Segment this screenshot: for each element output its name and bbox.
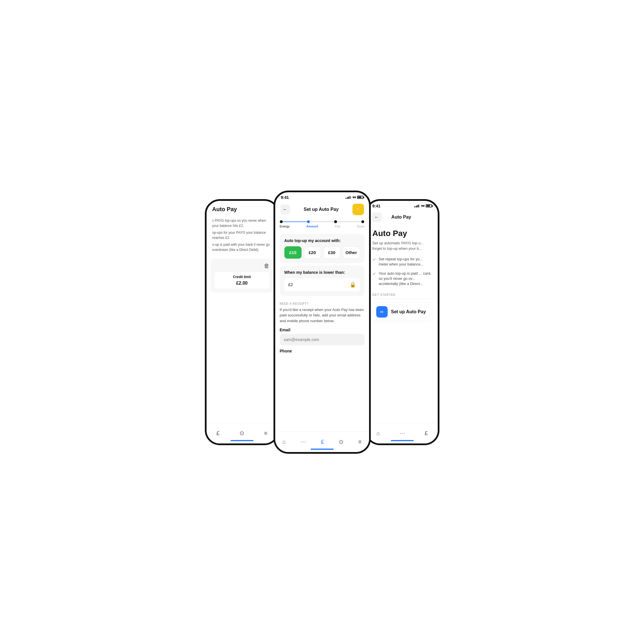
left-nav-item-2[interactable]: ⊙	[239, 430, 244, 437]
left-nav-item-3[interactable]: ≡	[264, 430, 267, 437]
lightning-icon: ⚡	[355, 206, 361, 213]
stepper-line-1	[283, 221, 307, 222]
stepper-dot-done	[361, 220, 364, 223]
credit-limit-label: Credit limit	[219, 275, 265, 279]
stepper-label-done: Done	[357, 225, 364, 228]
center-bottom-nav: ⌂ ⋯ £ ⊙ ≡	[275, 431, 369, 452]
right-back-button[interactable]: ←	[372, 212, 382, 222]
stepper-label-energy: Energy	[280, 225, 290, 228]
center-nav-home[interactable]: ⌂	[282, 439, 286, 445]
right-home-icon: ⌂	[377, 430, 380, 437]
topup-card: Auto top-up my account with: £10 £20 £30…	[280, 234, 364, 263]
center-time: 9:41	[281, 195, 289, 200]
right-status-icons: ▾▾	[414, 204, 432, 208]
credit-card: 🗑 Credit limit £2.00	[211, 259, 274, 293]
left-description-2: op-ups for your PAYG your balance reache…	[207, 230, 278, 242]
stepper-container: Energy Amount Pay Done	[275, 218, 369, 231]
left-bottom-nav: £ ⊙ ≡	[207, 423, 278, 443]
phone-label: Phone	[280, 349, 364, 353]
center-nav-track[interactable]: ⋯	[300, 438, 306, 445]
right-description: Set up automatic PAYG top-u... forget to…	[367, 240, 438, 255]
right-back-arrow-icon: ←	[374, 215, 379, 220]
lightning-button[interactable]: ⚡	[352, 204, 364, 215]
stepper-label-amount: Amount	[306, 225, 318, 228]
check-icon-1: ✓	[372, 257, 376, 262]
stepper-dot-energy	[280, 220, 283, 223]
home-icon: ⌂	[282, 439, 286, 445]
right-wifi-icon: ▾▾	[421, 204, 425, 208]
left-description-1: c PAYG top-ups so you never when your ba…	[207, 218, 278, 230]
check-text-2: Your auto top-up is paid ... card, so yo…	[379, 271, 432, 287]
infinity-icon: ∞	[380, 309, 383, 314]
right-signal-icon	[414, 205, 419, 207]
left-description-3: o-up is paid with your bank ll never go …	[207, 242, 278, 256]
help-icon: ⊙	[239, 430, 244, 437]
receipt-description: If you'd like a receipt when your Auto P…	[280, 307, 364, 324]
center-status-icons: ▾▾	[346, 195, 363, 199]
center-nav-title: Set up Auto Pay	[304, 207, 338, 212]
amount-btn-10[interactable]: £10	[284, 246, 302, 259]
setup-auto-pay-button[interactable]: ∞ Set up Auto Pay	[371, 302, 433, 321]
center-menu-icon: ≡	[358, 439, 362, 445]
email-input[interactable]	[280, 334, 364, 345]
right-nav-track[interactable]: ⋯	[399, 430, 405, 437]
right-battery-icon	[426, 204, 432, 207]
amount-btn-other[interactable]: Other	[343, 246, 360, 259]
email-label: Email	[280, 328, 364, 332]
left-nav-item-1[interactable]: £	[216, 430, 219, 437]
trash-icon[interactable]: 🗑	[264, 263, 270, 269]
amount-options-row: £10 £20 £30 Other	[284, 246, 360, 259]
lock-icon: 🔒	[350, 282, 356, 288]
center-back-button[interactable]: ←	[280, 205, 290, 214]
stepper-dot-pay	[334, 220, 337, 223]
stepper-dots-row	[280, 220, 364, 223]
center-nav-header: ← Set up Auto Pay ⚡	[275, 201, 369, 218]
right-main-title: Auto Pay	[367, 225, 438, 240]
topup-card-title: Auto top-up my account with:	[284, 238, 360, 243]
amount-btn-30[interactable]: £30	[323, 246, 340, 259]
receipt-label: NEED A RECEIPT?	[280, 302, 364, 305]
credit-limit-value: £2.00	[219, 281, 265, 286]
right-nav-pound[interactable]: £	[425, 430, 428, 437]
balance-card-title: When my balance is lower than:	[284, 270, 360, 275]
phone-center: 9:41 ▾▾ ← Set up Auto Pay ⚡	[274, 191, 371, 454]
right-track-icon: ⋯	[399, 430, 405, 437]
center-nav-help[interactable]: ⊙	[339, 438, 344, 445]
right-bottom-indicator	[391, 440, 414, 441]
right-nav-title: Auto Pay	[391, 215, 411, 220]
balance-value: £2	[288, 282, 293, 287]
balance-card: When my balance is lower than: £2 🔒	[280, 265, 364, 296]
center-help-icon: ⊙	[339, 438, 344, 445]
get-started-label: GET STARTED	[367, 289, 438, 299]
pound-icon: £	[216, 430, 219, 437]
signal-icon	[346, 196, 350, 199]
scene: Auto Pay c PAYG top-ups so you never whe…	[171, 171, 474, 474]
receipt-section: NEED A RECEIPT? If you'd like a receipt …	[275, 298, 369, 358]
center-pound-icon: £	[321, 439, 324, 445]
phone-right: 9:41 ▾▾ ← Auto Pay Au	[365, 199, 439, 445]
center-status-bar: 9:41 ▾▾	[275, 192, 369, 201]
center-bottom-indicator	[311, 449, 334, 450]
wifi-icon: ▾▾	[352, 195, 356, 199]
check-icon-2: ✓	[372, 272, 376, 276]
left-bottom-indicator	[231, 440, 253, 441]
check-item-2: ✓ Your auto top-up is paid ... card, so …	[367, 270, 438, 288]
stepper-label-pay: Pay	[335, 225, 340, 228]
check-text-1: Set repeat top-ups for yo... meter when …	[379, 257, 432, 267]
right-status-bar: 9:41 ▾▾	[367, 201, 438, 210]
balance-input-row: £2 🔒	[284, 278, 360, 291]
stepper-dot-amount	[307, 220, 310, 223]
battery-icon	[357, 196, 363, 199]
right-nav-home[interactable]: ⌂	[377, 430, 380, 437]
phone-left: Auto Pay c PAYG top-ups so you never whe…	[205, 199, 279, 445]
right-time: 9:41	[372, 204, 381, 208]
credit-inner: Credit limit £2.00	[215, 272, 270, 289]
back-arrow-icon: ←	[283, 207, 288, 212]
center-nav-pound[interactable]: £	[321, 439, 324, 445]
amount-btn-20[interactable]: £20	[304, 246, 321, 259]
check-item-1: ✓ Set repeat top-ups for yo... meter whe…	[367, 255, 438, 268]
stepper-line-3	[337, 221, 361, 222]
left-phone-title: Auto Pay	[212, 206, 237, 213]
setup-auto-pay-label: Set up Auto Pay	[391, 309, 426, 314]
center-nav-menu[interactable]: ≡	[358, 439, 362, 445]
